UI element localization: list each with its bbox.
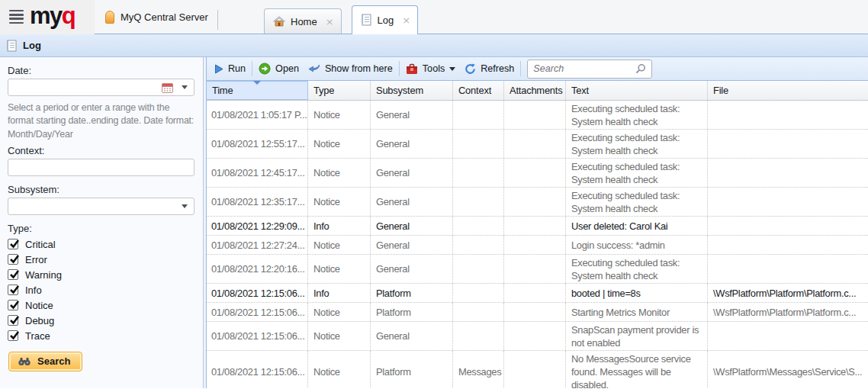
tab-log[interactable]: Log ×	[352, 5, 419, 34]
checkbox-checked-icon[interactable]	[8, 300, 18, 310]
log-table-row[interactable]: 01/08/2021 12:15:06... Notice Platform M…	[207, 351, 868, 388]
type-checkbox-row[interactable]: Debug	[8, 313, 194, 328]
refresh-button[interactable]: Refresh	[460, 61, 519, 77]
cell-context	[453, 159, 504, 187]
cell-text: Executing scheduled task: System health …	[566, 130, 708, 158]
date-input[interactable]	[8, 79, 194, 96]
cell-attachments	[504, 303, 566, 321]
show-from-here-button[interactable]: Show from here	[304, 61, 397, 76]
cell-time: 01/08/2021 1:05:17 P...	[207, 101, 308, 129]
cell-context: Messages	[453, 351, 504, 388]
cell-text: Executing scheduled task: System health …	[566, 188, 708, 216]
context-input[interactable]	[8, 159, 194, 176]
calendar-icon[interactable]	[162, 82, 173, 93]
log-table-row[interactable]: 01/08/2021 12:55:17... Notice General Ex…	[207, 130, 868, 159]
type-label: Type:	[8, 223, 194, 234]
grid-search-input[interactable]	[533, 63, 635, 74]
type-checkbox-row[interactable]: Trace	[8, 328, 194, 343]
myq-logo[interactable]: myq	[30, 4, 75, 27]
column-header-time[interactable]: Time	[207, 81, 308, 100]
run-button[interactable]: Run	[210, 61, 250, 76]
cell-time: 01/08/2021 12:15:06...	[207, 351, 308, 388]
page-title: Log	[23, 40, 41, 51]
open-icon	[259, 63, 271, 75]
checkbox-checked-icon[interactable]	[8, 285, 18, 295]
cell-context	[453, 217, 504, 235]
magnifier-icon	[635, 63, 646, 74]
cell-time: 01/08/2021 12:55:17...	[207, 130, 308, 158]
checkbox-checked-icon[interactable]	[8, 330, 18, 341]
log-table-row[interactable]: 01/08/2021 12:45:17... Notice General Ex…	[207, 159, 868, 188]
tools-button[interactable]: Tools	[401, 61, 460, 77]
log-table-row[interactable]: 01/08/2021 1:05:17 P... Notice General E…	[207, 101, 868, 130]
divider	[252, 61, 252, 76]
open-button[interactable]: Open	[254, 60, 304, 77]
tab-home[interactable]: Home ×	[264, 8, 342, 34]
type-checkbox-group: Critical Error Warning Info Notice Debug	[8, 236, 194, 343]
cell-type: Notice	[308, 255, 371, 283]
type-checkbox-row[interactable]: Info	[8, 282, 194, 297]
log-table-row[interactable]: 01/08/2021 12:35:17... Notice General Ex…	[207, 188, 868, 217]
cell-subsystem: General	[371, 130, 453, 158]
cell-text: SnapScan payment provider is not enabled	[566, 322, 708, 350]
column-header-subsystem[interactable]: Subsystem	[371, 81, 453, 100]
checkbox-checked-icon[interactable]	[8, 269, 18, 280]
cell-subsystem: Platform	[371, 303, 453, 321]
type-checkbox-row[interactable]: Error	[8, 252, 194, 267]
date-dropdown-icon[interactable]	[182, 85, 188, 89]
column-header-attachments[interactable]: Attachments	[504, 81, 566, 100]
checkbox-checked-icon[interactable]	[8, 239, 18, 249]
subsystem-dropdown-icon[interactable]	[182, 204, 188, 208]
cell-file: \WsfPlatform\Messages\Service\S...	[708, 351, 868, 388]
cell-type: Notice	[308, 322, 371, 350]
cell-type: Notice	[308, 130, 371, 158]
search-button-label: Search	[37, 355, 70, 367]
hamburger-menu-icon[interactable]	[9, 10, 24, 24]
type-checkbox-row[interactable]: Warning	[8, 267, 194, 282]
context-label: Context:	[8, 145, 194, 156]
cell-file	[708, 322, 868, 350]
log-table-row[interactable]: 01/08/2021 12:29:09... Info General User…	[207, 217, 868, 236]
subsystem-select[interactable]	[8, 198, 194, 215]
cell-attachments	[504, 236, 566, 254]
subsystem-label: Subsystem:	[8, 184, 194, 195]
log-table-row[interactable]: 01/08/2021 12:15:06... Notice General Sn…	[207, 322, 868, 351]
grid-body: 01/08/2021 1:05:17 P... Notice General E…	[207, 101, 868, 388]
checkbox-checked-icon[interactable]	[8, 254, 18, 265]
cell-context	[453, 284, 504, 302]
column-header-type[interactable]: Type	[308, 81, 371, 100]
date-label: Date:	[8, 65, 194, 76]
checkbox-checked-icon[interactable]	[8, 315, 18, 326]
top-bar: myq MyQ Central Server Home × Log ×	[0, 0, 868, 34]
cell-time: 01/08/2021 12:45:17...	[207, 159, 308, 187]
cell-file	[708, 159, 868, 187]
tab-home-close-icon[interactable]: ×	[326, 17, 334, 27]
cell-text: Executing scheduled task: System health …	[566, 159, 708, 187]
log-page-icon	[6, 40, 18, 52]
type-checkbox-row[interactable]: Critical	[8, 236, 194, 252]
pointer-icon	[308, 64, 320, 73]
log-table-row[interactable]: 01/08/2021 12:27:24... Notice General Lo…	[207, 236, 868, 255]
filter-sidebar: Date: Select a period or enter a range w…	[0, 57, 204, 388]
cell-attachments	[504, 284, 566, 302]
cell-context	[453, 130, 504, 158]
column-header-text[interactable]: Text	[566, 81, 708, 100]
tab-log-close-icon[interactable]: ×	[402, 15, 410, 25]
server-name-label: MyQ Central Server	[121, 11, 208, 23]
cell-text: Executing scheduled task: System health …	[566, 101, 708, 129]
cell-type: Notice	[308, 159, 371, 187]
column-header-file[interactable]: File	[708, 81, 868, 100]
log-table-row[interactable]: 01/08/2021 12:15:06... Info Platform boo…	[207, 284, 868, 303]
type-checkbox-label: Trace	[25, 330, 50, 342]
search-button[interactable]: Search	[8, 352, 82, 371]
log-table-row[interactable]: 01/08/2021 12:20:16... Notice General Ex…	[207, 255, 868, 284]
log-table-row[interactable]: 01/08/2021 12:15:06... Notice Platform S…	[207, 303, 868, 322]
grid-search-box[interactable]	[527, 59, 652, 79]
type-checkbox-row[interactable]: Notice	[8, 297, 194, 313]
page-title-bar: Log	[0, 34, 868, 57]
cell-attachments	[504, 101, 566, 129]
column-header-context[interactable]: Context	[453, 81, 504, 100]
cell-file	[708, 217, 868, 235]
cell-attachments	[504, 130, 566, 158]
sort-desc-icon	[253, 81, 261, 85]
